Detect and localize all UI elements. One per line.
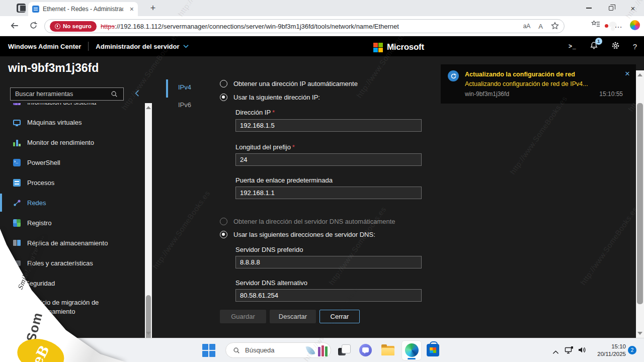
browser-tabstrip: Ethernet - Redes - Administrador × + × [0,0,644,16]
ip-address-input[interactable] [235,119,422,132]
back-button[interactable] [10,21,19,32]
close-panel-button[interactable]: Cerrar [319,310,360,323]
sidebar-item-label: Redes [27,199,46,207]
content-scrollbar[interactable] [636,70,644,338]
url-rest: ://192.168.1.112/servermanager/connectio… [115,23,399,30]
read-aloud-icon[interactable]: A [538,23,543,30]
wac-brand[interactable]: Windows Admin Center [8,43,81,50]
restore-button[interactable] [600,0,622,16]
tab-actions-icon[interactable] [17,4,26,13]
browser-toolbar: No seguro https://192.168.1.112/serverma… [0,16,644,36]
content-scrollbar-thumb[interactable] [637,103,643,304]
save-button[interactable]: Guardar [220,310,266,323]
volume-tray-icon[interactable] [578,346,586,356]
start-button[interactable] [202,344,215,357]
solution-menu[interactable]: Administrador del servidor [96,43,189,50]
edge-browser-button[interactable] [401,340,422,360]
sidebar-item-label: Información del sistema [27,103,96,106]
sidebar-item-replica-de-almacenamiento[interactable]: Réplica de almacenamiento [0,233,145,253]
taskbar-search-placeholder: Búsqueda [245,346,302,354]
roles-features-icon [15,260,21,266]
sidebar-item-registro[interactable]: Registro [0,213,145,233]
sidebar-item-label: Monitor de rendimiento [27,139,94,146]
sidebar-item-servicio-de-migracion[interactable]: Servicio de migración de almacenamiento [0,293,145,321]
sidebar-item-roles-y-caracteristicas[interactable]: Roles y características [0,253,145,273]
radio-ip-manual[interactable]: Usar la siguiente dirección IP: [220,94,320,101]
sidebar-item-redes[interactable]: Redes [0,193,145,213]
notification-badge: 1 [595,38,602,45]
required-marker: * [272,109,275,116]
sidebar-item-informacion-del-sistema[interactable]: Información del sistema [0,103,145,112]
radio-label: Usar las siguientes direcciones de servi… [233,231,375,238]
dns-alternate-input[interactable] [235,289,422,302]
favorite-star-icon[interactable] [551,22,559,31]
sidebar-item-monitor-de-rendimiento[interactable]: Monitor de rendimiento [0,132,145,152]
chat-button[interactable] [359,344,372,356]
sidebar-item-label: Seguridad [25,280,55,287]
tab-close-icon[interactable]: × [130,6,134,13]
toolbar-right: … [591,20,640,30]
scroll-up-icon[interactable] [146,106,151,109]
storage-replica-icon [13,240,21,246]
powershell-console-icon[interactable]: >_ [569,43,577,50]
selected-indicator [0,194,2,212]
tools-nav-list: Información del sistema Máquinas virtual… [0,103,145,338]
radio-ip-auto[interactable]: Obtener una dirección IP automáticamente [220,80,358,87]
prefix-length-input[interactable] [235,153,422,166]
taskbar: Búsqueda 15:10 20/11/2025 2 [0,338,644,362]
radio-icon[interactable] [220,80,227,87]
favorites-bar-icon[interactable] [591,20,600,30]
tab-ipv6[interactable]: IPv6 [178,101,191,109]
scroll-down-icon[interactable] [637,332,642,335]
networks-icon [13,199,21,207]
tab-ipv4[interactable]: IPv4 [178,83,191,91]
notification-count-badge[interactable]: 2 [628,346,636,354]
gateway-input[interactable] [235,187,422,199]
network-tray-icon[interactable] [565,346,574,356]
edge-icon [405,343,419,357]
solution-label: Administrador del servidor [96,43,179,50]
insecure-shield-icon [55,24,60,29]
address-bar[interactable]: No seguro https://192.168.1.112/serverma… [44,19,565,33]
copilot-icon[interactable] [630,20,640,30]
radio-dns-auto[interactable]: Obtener la dirección del servidor DNS au… [220,218,395,225]
sidebar-item-procesos[interactable]: Procesos [0,172,145,193]
url-text: https://192.168.1.112/servermanager/conn… [101,23,399,30]
not-secure-badge[interactable]: No seguro [50,21,97,32]
new-tab-button[interactable]: + [147,2,159,14]
help-icon[interactable]: ? [633,42,637,51]
microsoft-store-button[interactable] [427,344,439,356]
dns-preferred-input[interactable] [235,256,422,268]
sidebar-scrollbar[interactable] [145,103,152,338]
sidebar-item-powershell[interactable]: PowerShell [0,152,145,172]
radio-dns-manual[interactable]: Usar las siguientes direcciones de servi… [220,231,375,238]
toast-close-icon[interactable]: × [625,69,630,78]
scroll-up-icon[interactable] [637,73,642,76]
settings-gear-icon[interactable] [611,41,620,52]
file-explorer-button[interactable] [381,346,394,355]
sidebar-item-seguridad[interactable]: Seguridad [0,273,145,293]
radio-icon-disabled[interactable] [220,218,227,225]
tools-search-input[interactable] [10,87,124,101]
discard-button[interactable]: Descartar [270,310,316,323]
performance-monitor-icon [13,139,21,146]
reload-button[interactable] [29,21,38,32]
notifications-button[interactable]: 1 [590,41,598,52]
close-button[interactable]: × [622,0,644,16]
sidebar-item-maquinas-virtuales[interactable]: Máquinas virtuales [0,112,145,132]
taskbar-clock[interactable]: 15:10 20/11/2025 [588,343,626,358]
task-view-button[interactable] [338,344,351,357]
sidebar-collapse-button[interactable] [134,89,140,99]
profile-alert-dot [605,24,608,28]
radio-label: Obtener la dirección del servidor DNS au… [233,218,395,225]
translate-icon[interactable]: aA [523,23,531,30]
taskbar-search[interactable]: Búsqueda [225,342,331,358]
scroll-down-icon[interactable] [146,332,151,335]
tray-chevron-up-icon[interactable] [552,347,559,356]
radio-icon-checked[interactable] [220,231,227,238]
radio-icon-checked[interactable] [220,94,227,101]
search-highlight-books-icon [318,344,328,356]
minimize-button[interactable] [578,0,600,16]
search-highlight-quill-icon [305,344,315,355]
browser-tab[interactable]: Ethernet - Redes - Administrador × [28,2,138,16]
